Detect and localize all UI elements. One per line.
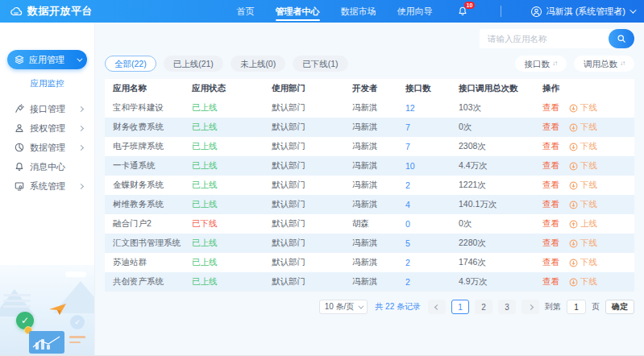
view-button[interactable]: 查看 [542, 102, 559, 114]
status-badge: 已上线 [192, 160, 272, 172]
table-row: 财务收费系统 已上线 默认部门 冯新淇 7 0次 查看 下线 [105, 118, 634, 137]
avatar-icon [530, 6, 542, 18]
toggle-online-button[interactable]: 下线 [569, 257, 597, 268]
user-name: 冯新淇 (系统管理者) [546, 6, 625, 18]
sidebar-item-message-center[interactable]: 消息中心 [0, 157, 94, 176]
toggle-online-button[interactable]: 下线 [569, 160, 597, 172]
api-count-link[interactable]: 0 [405, 219, 459, 229]
tab-not-online[interactable]: 未上线(0) [231, 56, 285, 72]
api-count-link[interactable]: 4 [405, 200, 459, 209]
search-row [105, 29, 634, 48]
col-app-status: 应用状态 [192, 83, 272, 94]
prev-page-button[interactable] [428, 300, 446, 314]
sidebar-item-data-management[interactable]: 数据管理 [0, 138, 94, 157]
view-button[interactable]: 查看 [542, 276, 559, 288]
view-button[interactable]: 查看 [542, 141, 559, 152]
view-button[interactable]: 查看 [542, 257, 559, 268]
api-count-link[interactable]: 5 [405, 238, 459, 248]
sidebar-item-authorization-management[interactable]: 授权管理 [0, 118, 94, 138]
developer-cell: 冯新淇 [352, 276, 405, 288]
toggle-online-button[interactable]: 上线 [569, 218, 597, 230]
toggle-online-button[interactable]: 下线 [569, 141, 597, 152]
search-icon [617, 34, 626, 43]
api-count-link[interactable]: 2 [405, 180, 459, 190]
sidebar-item-interface-management[interactable]: 接口管理 [0, 99, 94, 118]
table-row: 宝和学科建设 已上线 默认部门 冯新淇 12 103次 查看 下线 [105, 98, 634, 118]
col-department: 使用部门 [272, 83, 352, 94]
page-button-1[interactable]: 1 [451, 300, 469, 314]
developer-cell: 冯新淇 [352, 199, 405, 210]
next-page-button[interactable] [521, 300, 539, 314]
sidebar-item-system-management[interactable]: 系统管理 [0, 176, 94, 196]
developer-cell: 冯新淇 [352, 102, 405, 114]
toggle-online-button[interactable]: 下线 [569, 180, 597, 191]
notification-bell-button[interactable]: 10 [457, 6, 468, 17]
call-count-cell: 4.4万次 [459, 160, 542, 172]
search-button[interactable] [609, 29, 634, 48]
api-count-link[interactable]: 7 [405, 122, 459, 132]
api-count-link[interactable]: 2 [405, 277, 459, 287]
tab-all[interactable]: 全部(22) [105, 56, 156, 72]
page-button-2[interactable]: 2 [475, 300, 492, 314]
department-cell: 默认部门 [272, 180, 352, 191]
chevron-right-icon [78, 183, 84, 188]
arrow-down-circle-icon [569, 278, 578, 287]
toggle-label: 下线 [580, 122, 597, 133]
monitor-gear-icon [14, 180, 25, 192]
view-button[interactable]: 查看 [542, 199, 559, 210]
view-button[interactable]: 查看 [542, 122, 559, 133]
top-navigation: 首页 管理者中心 数据市场 使用向导 10 冯新淇 (系统管理者) [237, 0, 634, 23]
toggle-online-button[interactable]: 下线 [569, 122, 597, 133]
toggle-online-button[interactable]: 下线 [569, 102, 597, 114]
goto-page-input[interactable] [567, 300, 586, 314]
department-cell: 默认部门 [272, 122, 352, 133]
toggle-label: 下线 [580, 199, 597, 210]
call-count-cell: 2308次 [459, 141, 542, 152]
nav-user-guide[interactable]: 使用向导 [397, 0, 433, 23]
api-count-link[interactable]: 10 [405, 161, 459, 171]
sidebar-item-label: 应用管理 [29, 54, 64, 66]
api-count-link[interactable]: 2 [405, 258, 459, 267]
api-count-link[interactable]: 7 [405, 142, 459, 151]
toggle-online-button[interactable]: 下线 [569, 238, 597, 249]
paper-plane-icon [48, 302, 68, 320]
toggle-online-button[interactable]: 下线 [569, 276, 597, 288]
developer-cell: 冯新淇 [352, 160, 405, 172]
tab-online[interactable]: 已上线(21) [164, 56, 223, 72]
api-count-link[interactable]: 12 [405, 103, 459, 113]
view-button[interactable]: 查看 [542, 238, 559, 249]
nav-home[interactable]: 首页 [237, 0, 255, 23]
pagination: 10 条/页 共 22 条记录 1 2 3 到第 页 确定 [105, 300, 634, 314]
call-count-cell: 0次 [459, 218, 542, 230]
department-cell: 默认部门 [272, 160, 352, 172]
view-button[interactable]: 查看 [542, 218, 559, 230]
call-count-cell: 4.9万次 [459, 276, 542, 288]
department-cell: 默认部门 [272, 102, 352, 114]
nav-admin-center[interactable]: 管理者中心 [276, 0, 320, 23]
view-button[interactable]: 查看 [542, 160, 559, 172]
tab-offline[interactable]: 已下线(1) [293, 56, 347, 72]
arrow-down-circle-icon [569, 201, 578, 209]
col-actions: 操作 [542, 83, 631, 94]
table-row: 一卡通系统 已上线 默认部门 冯新淇 10 4.4万次 查看 下线 [105, 156, 634, 176]
notification-count-badge: 10 [464, 2, 476, 9]
sidebar-item-app-management[interactable]: 应用管理 [7, 50, 87, 69]
page-size-select[interactable]: 10 条/页 [319, 300, 368, 314]
nav-data-market[interactable]: 数据市场 [341, 0, 376, 23]
toggle-online-button[interactable]: 下线 [569, 199, 597, 210]
chevron-left-icon [434, 304, 439, 309]
status-badge: 已上线 [192, 122, 272, 133]
arrow-down-circle-icon [569, 162, 578, 171]
sort-by-call-count-button[interactable]: 调用总数 [574, 56, 634, 72]
chevron-down-icon [629, 6, 636, 13]
app-name: 苏迪站群 [113, 257, 192, 268]
list-card-shape [3, 294, 31, 311]
total-records: 共 22 条记录 [375, 301, 421, 313]
sort-by-api-count-button[interactable]: 接口数 [515, 56, 567, 72]
sidebar-subitem-app-monitor[interactable]: 应用监控 [0, 78, 94, 89]
page-button-3[interactable]: 3 [498, 300, 516, 314]
view-button[interactable]: 查看 [542, 180, 559, 191]
developer-cell: 胡森 [352, 218, 405, 230]
confirm-button[interactable]: 确定 [605, 300, 634, 314]
user-menu[interactable]: 冯新淇 (系统管理者) [530, 6, 634, 18]
